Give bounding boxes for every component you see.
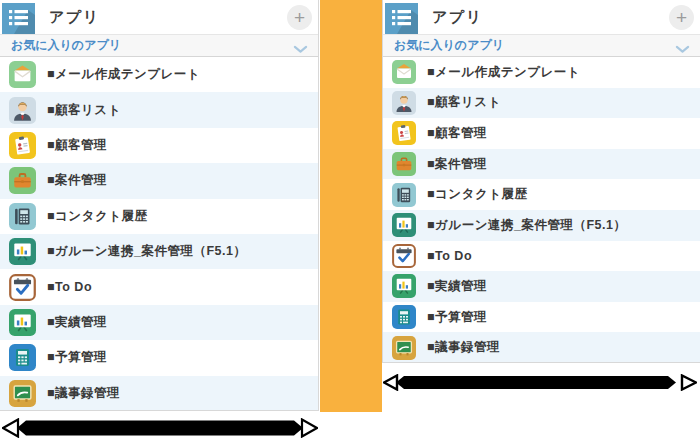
app-label: ■議事録管理 (427, 339, 500, 356)
app-list-item[interactable]: ■顧客管理 (383, 118, 700, 149)
app-label: ■コンタクト履歴 (47, 208, 148, 225)
app-label: ■ガルーン連携_案件管理（F5.1） (427, 217, 626, 234)
app-list-item[interactable]: ■ガルーン連携_案件管理（F5.1） (0, 234, 318, 269)
app-list-item[interactable]: ■案件管理 (383, 149, 700, 180)
app-list-item[interactable]: ■顧客管理 (0, 128, 318, 163)
chart-green-icon (392, 274, 416, 298)
person-icon (9, 97, 36, 124)
app-list: ■メール作成テンプレート■顧客リスト■顧客管理■案件管理■コンタクト履歴■ガルー… (383, 57, 700, 363)
clipboard-icon (392, 121, 416, 145)
chevron-down-icon (675, 41, 690, 51)
board-icon (9, 380, 36, 407)
app-panel-left: アプリ + お気に入りのアプリ ■メール作成テンプレート■顧客リスト■顧客管理■… (0, 0, 319, 411)
chart-dark-icon (9, 238, 36, 265)
orange-divider (320, 0, 382, 412)
app-list: ■メール作成テンプレート■顧客リスト■顧客管理■案件管理■コンタクト履歴■ガルー… (0, 57, 318, 411)
panel-header: アプリ + (0, 0, 318, 35)
calculator-icon (9, 344, 36, 371)
app-label: ■顧客管理 (427, 125, 487, 142)
chart-dark-icon (392, 213, 416, 237)
app-label: ■顧客リスト (427, 94, 501, 111)
app-list-item[interactable]: ■メール作成テンプレート (383, 57, 700, 88)
phone-icon (392, 183, 416, 207)
board-icon (392, 336, 416, 360)
app-list-item[interactable]: ■実績管理 (383, 271, 700, 302)
app-list-item[interactable]: ■顧客リスト (383, 88, 700, 119)
app-label: ■顧客リスト (47, 102, 121, 119)
page-title: アプリ (49, 8, 100, 27)
briefcase-icon (392, 152, 416, 176)
app-label: ■実績管理 (427, 278, 487, 295)
app-list-item[interactable]: ■実績管理 (0, 305, 318, 340)
app-label: ■メール作成テンプレート (427, 64, 580, 81)
app-label: ■コンタクト履歴 (427, 186, 528, 203)
briefcase-icon (9, 167, 36, 194)
app-list-item[interactable]: ■顧客リスト (0, 92, 318, 127)
clipboard-icon (9, 132, 36, 159)
app-label: ■ガルーン連携_案件管理（F5.1） (47, 243, 246, 260)
app-list-item[interactable]: ■To Do (383, 241, 700, 272)
app-label: ■実績管理 (47, 314, 107, 331)
todo-icon (392, 244, 416, 268)
panel-header: アプリ + (383, 0, 700, 35)
app-label: ■To Do (47, 280, 92, 294)
app-menu-icon[interactable] (2, 3, 35, 34)
person-icon (392, 91, 416, 115)
chevron-down-icon (293, 41, 308, 51)
chart-green-icon (9, 309, 36, 336)
todo-icon (9, 274, 36, 301)
app-list-item[interactable]: ■メール作成テンプレート (0, 57, 318, 92)
mail-icon (9, 61, 36, 88)
app-panel-right: アプリ + お気に入りのアプリ ■メール作成テンプレート■顧客リスト■顧客管理■… (382, 0, 700, 363)
app-label: ■To Do (427, 249, 472, 263)
add-app-button[interactable]: + (287, 5, 312, 30)
app-label: ■予算管理 (427, 309, 487, 326)
page-title: アプリ (432, 8, 483, 27)
favorites-section-header[interactable]: お気に入りのアプリ (383, 35, 700, 57)
calculator-icon (392, 305, 416, 329)
app-label: ■メール作成テンプレート (47, 66, 200, 83)
app-list-item[interactable]: ■To Do (0, 269, 318, 304)
mail-icon (392, 60, 416, 84)
redaction-bar (2, 418, 318, 438)
app-list-item[interactable]: ■コンタクト履歴 (0, 199, 318, 234)
phone-icon (9, 203, 36, 230)
app-label: ■案件管理 (47, 172, 107, 189)
app-menu-icon[interactable] (385, 3, 418, 34)
app-label: ■顧客管理 (47, 137, 107, 154)
app-list-item[interactable]: ■案件管理 (0, 163, 318, 198)
favorites-section-header[interactable]: お気に入りのアプリ (0, 35, 318, 57)
app-list-item[interactable]: ■議事録管理 (0, 376, 318, 411)
app-list-item[interactable]: ■コンタクト履歴 (383, 179, 700, 210)
favorites-label: お気に入りのアプリ (11, 37, 121, 54)
app-label: ■案件管理 (427, 156, 487, 173)
redaction-bar (383, 374, 697, 391)
add-app-button[interactable]: + (669, 5, 694, 30)
app-list-item[interactable]: ■予算管理 (0, 340, 318, 375)
app-label: ■予算管理 (47, 349, 107, 366)
app-list-item[interactable]: ■予算管理 (383, 302, 700, 333)
app-list-item[interactable]: ■ガルーン連携_案件管理（F5.1） (383, 210, 700, 241)
favorites-label: お気に入りのアプリ (394, 37, 504, 54)
app-list-item[interactable]: ■議事録管理 (383, 332, 700, 363)
app-label: ■議事録管理 (47, 385, 120, 402)
